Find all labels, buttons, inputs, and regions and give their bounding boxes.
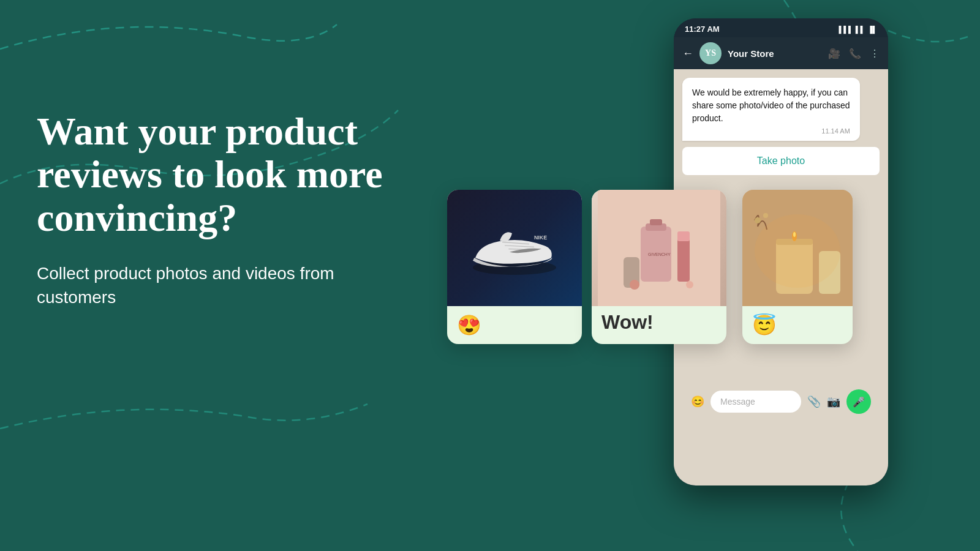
header-icons: 🎥 📞 ⋮ bbox=[828, 48, 880, 59]
message-placeholder: Message bbox=[720, 397, 755, 407]
more-icon[interactable]: ⋮ bbox=[870, 48, 880, 59]
call-icon[interactable]: 📞 bbox=[849, 48, 861, 59]
chat-header: ← YS Your Store 🎥 📞 ⋮ bbox=[674, 37, 888, 69]
message-input[interactable]: Message bbox=[710, 391, 801, 413]
product-cards-area: NIKE 😍 GIVENCHY bbox=[447, 190, 846, 344]
attach-icon[interactable]: 📎 bbox=[807, 395, 821, 408]
headline: Want your product reviews to look more c… bbox=[37, 110, 404, 239]
message-time: 11.14 AM bbox=[692, 127, 850, 135]
svg-point-14 bbox=[686, 281, 693, 288]
camera-icon[interactable]: 📷 bbox=[827, 395, 840, 408]
message-text: We would be extremely happy, if you can … bbox=[692, 86, 850, 125]
svg-text:NIKE: NIKE bbox=[534, 234, 547, 241]
store-name: Your Store bbox=[728, 48, 822, 59]
take-photo-label: Take photo bbox=[757, 156, 805, 166]
candle-card: 😇 bbox=[742, 190, 853, 344]
svg-rect-10 bbox=[677, 239, 690, 282]
take-photo-button[interactable]: Take photo bbox=[682, 147, 880, 175]
back-arrow-icon[interactable]: ← bbox=[682, 47, 693, 60]
wifi-icon: ▌▌ bbox=[856, 26, 865, 33]
message-bubble: We would be extremely happy, if you can … bbox=[682, 78, 860, 141]
status-time: 11:27 AM bbox=[685, 24, 720, 34]
perfume-card: GIVENCHY Wow! bbox=[592, 190, 726, 344]
battery-icon: ▐▌ bbox=[867, 26, 877, 33]
left-content: Want your product reviews to look more c… bbox=[37, 110, 404, 310]
svg-text:GIVENCHY: GIVENCHY bbox=[648, 252, 671, 257]
svg-rect-8 bbox=[650, 219, 662, 225]
status-bar: 11:27 AM ▌▌▌ ▌▌ ▐▌ bbox=[674, 18, 888, 37]
svg-point-21 bbox=[763, 213, 768, 218]
perfume-card-text: Wow! bbox=[592, 306, 726, 342]
status-icons: ▌▌▌ ▌▌ ▐▌ bbox=[839, 26, 877, 33]
svg-rect-11 bbox=[677, 231, 690, 241]
perfume-image: GIVENCHY bbox=[592, 190, 726, 306]
message-input-bar: 😊 Message 📎 📷 🎤 bbox=[682, 383, 880, 420]
emoji-icon[interactable]: 😊 bbox=[691, 395, 704, 408]
svg-point-20 bbox=[755, 217, 761, 223]
shoe-card: NIKE 😍 bbox=[447, 190, 582, 344]
svg-point-13 bbox=[630, 280, 639, 290]
mic-icon: 🎤 bbox=[853, 396, 865, 408]
signal-icon: ▌▌▌ bbox=[839, 26, 853, 33]
candle-card-emoji: 😇 bbox=[742, 306, 853, 344]
avatar: YS bbox=[699, 42, 722, 64]
video-icon[interactable]: 🎥 bbox=[828, 48, 840, 59]
shoe-image: NIKE bbox=[447, 190, 582, 306]
shoe-card-emoji: 😍 bbox=[447, 306, 582, 344]
subtext: Collect product photos and videos from c… bbox=[37, 261, 404, 309]
mic-button[interactable]: 🎤 bbox=[846, 389, 871, 414]
svg-point-23 bbox=[755, 214, 840, 288]
candle-image bbox=[742, 190, 853, 306]
